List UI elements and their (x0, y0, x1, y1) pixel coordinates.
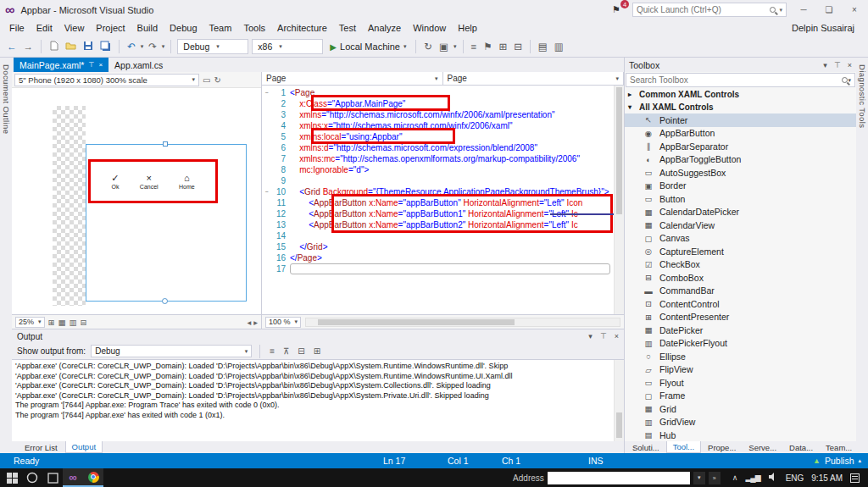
pin-icon[interactable]: ⊤ (600, 332, 607, 340)
toolbox-search-input[interactable] (630, 75, 842, 85)
navigate-forward-icon[interactable]: → (22, 42, 36, 52)
element-breadcrumb-right[interactable]: Page▾ (443, 72, 625, 85)
display-settings-icon[interactable]: ▭ (203, 75, 210, 85)
toolbox-item-pointer[interactable]: ↖Pointer (625, 113, 856, 127)
volume-icon[interactable] (768, 473, 778, 483)
menu-item-view[interactable]: View (58, 21, 91, 35)
toolbox-item-appbarbutton[interactable]: ◉AppBarButton (625, 127, 856, 141)
output-text-area[interactable]: 'Appbar.exe' (CoreCLR: CoreCLR_UWP_Domai… (12, 360, 624, 441)
scrollbar-thumb[interactable] (616, 87, 622, 214)
search-taskbar-button[interactable] (22, 468, 42, 487)
code-line[interactable]: 11 <AppBarButton x:Name="appBarButton" H… (262, 197, 624, 208)
redo-icon[interactable]: ↷ (147, 41, 159, 53)
goto-message-icon[interactable]: ⊼ (281, 346, 291, 356)
save-icon[interactable] (81, 41, 95, 53)
window-position-icon[interactable]: ▾ (823, 61, 827, 69)
toolbox-item-canvas[interactable]: ▢Canvas (625, 232, 856, 246)
toolbox-item-contentcontrol[interactable]: ⊡ContentControl (625, 297, 856, 311)
doc-tab-mainpage-xaml-[interactable]: MainPage.xaml*⊤× (14, 58, 108, 72)
toolbar-dropdown-icon[interactable]: ▾ (453, 43, 457, 50)
editor-zoom-dropdown[interactable]: 100 %▾ (265, 317, 301, 328)
device-selector-dropdown[interactable]: 5" Phone (1920 x 1080) 300% scale ▾ (14, 74, 199, 86)
menu-item-debug[interactable]: Debug (164, 21, 203, 35)
panel-tab-serve-[interactable]: Serve... (743, 441, 782, 453)
output-panel-header[interactable]: Output ▾ ⊤ × (12, 329, 624, 343)
split-orientation-icon[interactable]: ▸ (253, 318, 258, 327)
menu-item-architecture[interactable]: Architecture (271, 21, 333, 35)
panel-tab-team-[interactable]: Team... (820, 441, 858, 453)
signed-in-user[interactable]: Delpin Susairaj (792, 23, 865, 33)
code-line[interactable]: 16</Page> (262, 252, 624, 263)
language-indicator[interactable]: ENG (786, 473, 804, 483)
doc-tab-app-xaml-cs[interactable]: App.xaml.cs (108, 58, 169, 72)
appbar-button-home[interactable]: ⌂Home (179, 174, 195, 190)
code-editor[interactable]: −1<Page2 x:Class="Appbar.MainPage"3 xmln… (262, 86, 624, 314)
toolbox-item-frame[interactable]: ▢Frame (625, 390, 856, 403)
menu-item-project[interactable]: Project (90, 21, 131, 35)
code-line[interactable]: 14 (262, 230, 624, 241)
comment-icon[interactable]: ⊞ (498, 41, 509, 53)
publish-button[interactable]: ▲ Publish ▴ (813, 456, 861, 466)
show-hidden-icons-chevron[interactable]: ∧ (732, 473, 738, 482)
annotations-toggle-icon[interactable]: ⊟ (80, 318, 86, 327)
pin-icon[interactable]: ⊤ (834, 61, 841, 69)
snaplines-icon[interactable]: ▥ (69, 318, 76, 327)
code-line[interactable]: 9 (262, 175, 624, 186)
device-preview-icon[interactable]: ▥ (553, 41, 565, 53)
toolbox-item-hub[interactable]: ▤Hub (625, 429, 856, 441)
solution-configuration-dropdown[interactable]: Debug▾ (177, 39, 248, 54)
undo-dropdown-icon[interactable]: ▾ (141, 43, 144, 50)
selection-handle-bottom[interactable] (162, 298, 168, 304)
output-source-dropdown[interactable]: Debug▾ (91, 345, 252, 357)
find-in-files-icon[interactable]: ≡ (470, 42, 479, 52)
rotate-orientation-icon[interactable]: ↻ (214, 75, 220, 85)
code-line[interactable]: 13 <AppBarButton x:Name="appBarButton2" … (262, 219, 624, 230)
close-button[interactable]: × (846, 5, 863, 14)
outline-icon[interactable]: ⊟ (512, 41, 524, 53)
fold-marker[interactable]: − (262, 186, 271, 197)
open-file-icon[interactable] (64, 42, 78, 53)
quick-launch-input[interactable] (637, 5, 766, 14)
toolbox-item-datepicker[interactable]: ▦DatePicker (625, 324, 856, 337)
menu-item-help[interactable]: Help (452, 21, 483, 35)
toolbox-item-ellipse[interactable]: ○Ellipse (625, 350, 856, 363)
editor-horizontal-scrollbar[interactable] (305, 318, 620, 327)
chevron-down-icon[interactable]: ▾ (779, 7, 782, 14)
element-breadcrumb-left[interactable]: Page▾ (262, 72, 443, 85)
undo-icon[interactable]: ↶ (125, 41, 137, 53)
toolbox-item-calendarview[interactable]: ▦CalendarView (625, 219, 856, 232)
panel-tab-data-[interactable]: Data... (783, 441, 819, 453)
new-file-icon[interactable] (47, 41, 60, 53)
toolbox-item-gridview[interactable]: ▥GridView (625, 416, 856, 429)
menu-item-tools[interactable]: Tools (237, 21, 271, 35)
panel-tab-error-list[interactable]: Error List (19, 441, 64, 453)
panel-tab-tool-[interactable]: Tool... (666, 441, 701, 453)
toolbox-item-flyout[interactable]: ▭Flyout (625, 376, 856, 390)
code-line[interactable]: 17 (262, 263, 624, 274)
toolbox-item-contentpresenter[interactable]: ⊞ContentPresenter (625, 311, 856, 324)
toolbox-item-combobox[interactable]: ⊟ComboBox (625, 271, 856, 285)
minimize-button[interactable]: ─ (795, 5, 812, 14)
toolbox-header[interactable]: Toolbox ▾ ⊤ × (625, 58, 856, 72)
address-go-icon[interactable]: » (709, 472, 721, 484)
navigate-back-icon[interactable]: ← (5, 42, 19, 52)
menu-item-build[interactable]: Build (131, 21, 164, 35)
address-input[interactable] (548, 472, 690, 484)
code-line[interactable]: 5 xmlns:local="using:Appbar" (262, 131, 624, 142)
code-line[interactable]: 3 xmlns="http://schemas.microsoft.com/wi… (262, 109, 624, 120)
feedback-flag-button[interactable]: ⚑ 4 (612, 4, 624, 15)
appbar-button-cancel[interactable]: ×Cancel (140, 174, 159, 190)
code-line[interactable]: 8 mc:Ignorable="d"> (262, 164, 624, 175)
panel-tab-soluti-[interactable]: Soluti... (626, 441, 665, 453)
pin-icon[interactable]: ⊤ (88, 61, 94, 69)
swap-panes-icon[interactable]: ◂ (247, 318, 251, 327)
code-line[interactable]: −10 <Grid Background="{ThemeResource App… (262, 186, 624, 197)
scrollbar-thumb[interactable] (616, 412, 622, 438)
word-wrap-icon[interactable]: ⊞ (312, 346, 322, 356)
panel-tab-prope-[interactable]: Prope... (702, 441, 742, 453)
maximize-button[interactable]: ❏ (821, 5, 837, 14)
start-debugging-button[interactable]: ▶ Local Machine ▾ (326, 39, 409, 54)
diagnostic-tools-tab[interactable]: Diagnostic Tools (856, 58, 868, 453)
selection-handle-top[interactable] (163, 141, 168, 147)
solution-platform-dropdown[interactable]: x86▾ (252, 39, 323, 54)
